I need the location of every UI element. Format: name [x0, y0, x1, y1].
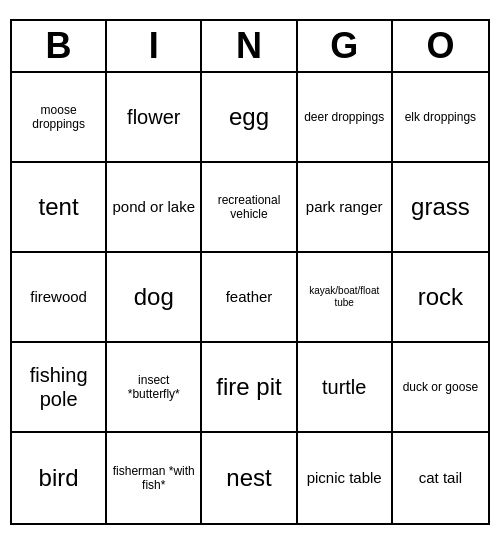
bingo-cell-20: bird	[12, 433, 107, 523]
bingo-cell-11: dog	[107, 253, 202, 343]
bingo-grid: moose droppingsflowereggdeer droppingsel…	[12, 73, 488, 523]
bingo-letter-O: O	[393, 21, 488, 71]
bingo-cell-9: grass	[393, 163, 488, 253]
bingo-letter-N: N	[202, 21, 297, 71]
bingo-cell-4: elk droppings	[393, 73, 488, 163]
bingo-cell-12: feather	[202, 253, 297, 343]
bingo-cell-21: fisherman *with fish*	[107, 433, 202, 523]
bingo-cell-8: park ranger	[298, 163, 393, 253]
bingo-cell-16: insect *butterfly*	[107, 343, 202, 433]
bingo-cell-18: turtle	[298, 343, 393, 433]
bingo-cell-19: duck or goose	[393, 343, 488, 433]
bingo-letter-G: G	[298, 21, 393, 71]
bingo-cell-17: fire pit	[202, 343, 297, 433]
bingo-letter-B: B	[12, 21, 107, 71]
bingo-cell-24: cat tail	[393, 433, 488, 523]
bingo-cell-3: deer droppings	[298, 73, 393, 163]
bingo-cell-13: kayak/boat/float tube	[298, 253, 393, 343]
bingo-cell-22: nest	[202, 433, 297, 523]
bingo-cell-14: rock	[393, 253, 488, 343]
bingo-cell-6: pond or lake	[107, 163, 202, 253]
bingo-header: BINGO	[12, 21, 488, 73]
bingo-cell-0: moose droppings	[12, 73, 107, 163]
bingo-cell-5: tent	[12, 163, 107, 253]
bingo-cell-2: egg	[202, 73, 297, 163]
bingo-cell-15: fishing pole	[12, 343, 107, 433]
bingo-cell-23: picnic table	[298, 433, 393, 523]
bingo-card: BINGO moose droppingsflowereggdeer dropp…	[10, 19, 490, 525]
bingo-cell-1: flower	[107, 73, 202, 163]
bingo-cell-10: firewood	[12, 253, 107, 343]
bingo-letter-I: I	[107, 21, 202, 71]
bingo-cell-7: recreational vehicle	[202, 163, 297, 253]
